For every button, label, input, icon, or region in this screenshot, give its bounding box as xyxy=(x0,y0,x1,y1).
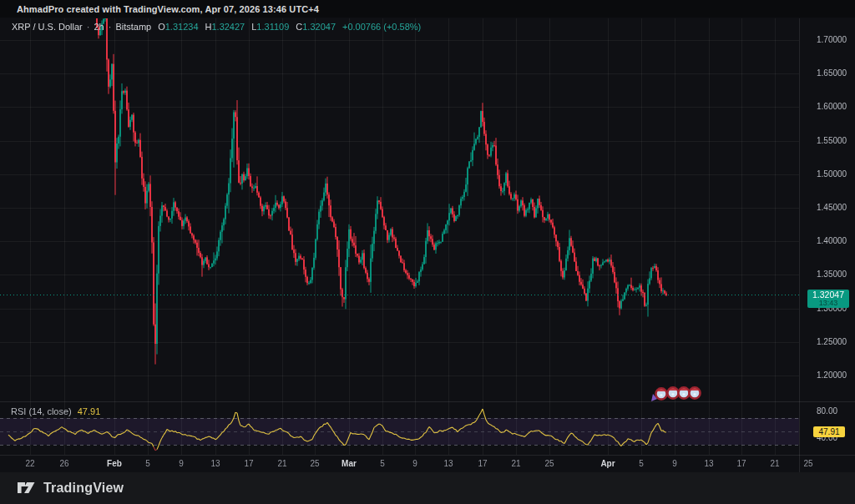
time-tick-label: 9 xyxy=(412,459,417,468)
sticker-emoji-4[interactable] xyxy=(689,387,700,398)
footer-bar: TradingView xyxy=(0,472,855,504)
time-tick-label: Apr xyxy=(600,459,615,468)
price-tick-label: 1.50000 xyxy=(817,169,847,179)
tradingview-logo-icon[interactable] xyxy=(17,480,36,496)
rsi-legend: RSI (14, close) 47.91 xyxy=(11,406,100,416)
ohlc-low: L1.31109 xyxy=(251,22,289,32)
price-tick-label: 1.70000 xyxy=(817,35,847,44)
rsi-title: RSI (14, close) xyxy=(11,406,72,416)
last-price-badge: 1.32047 13:43 xyxy=(807,290,849,308)
change-label: +0.00766 (+0.58%) xyxy=(342,22,421,32)
time-tick-label: 22 xyxy=(25,459,34,468)
time-tick-label: 21 xyxy=(277,459,286,468)
attribution-bar: AhmadPro created with TradingView.com, A… xyxy=(0,0,855,18)
time-tick-label: Feb xyxy=(107,459,122,468)
ohlc-high: H1.32427 xyxy=(205,22,245,32)
time-tick-label: 5 xyxy=(380,459,385,468)
time-tick-label: 26 xyxy=(59,459,68,468)
time-tick-label: 17 xyxy=(736,459,746,468)
ohlc-close: C1.32047 xyxy=(296,22,336,32)
time-tick-label: 17 xyxy=(478,459,487,468)
time-tick-label: 9 xyxy=(179,459,184,468)
tradingview-chart-window: AhmadPro created with TradingView.com, A… xyxy=(0,0,855,504)
price-tick-label: 1.65000 xyxy=(817,68,847,78)
rsi-value: 47.91 xyxy=(78,406,101,416)
price-tick-label: 1.55000 xyxy=(817,136,847,145)
rsi-value-badge: 47.91 xyxy=(813,426,845,437)
tradingview-wordmark[interactable]: TradingView xyxy=(43,481,124,496)
time-tick-label: 13 xyxy=(443,459,453,468)
sticker-emoji-2[interactable] xyxy=(667,387,678,398)
price-tick-label: 1.35000 xyxy=(817,270,847,279)
time-tick-label: Mar xyxy=(341,459,357,468)
time-tick-label: 21 xyxy=(511,459,520,468)
time-axis[interactable]: 2226Feb5913172125Mar5913172125Apr5913172… xyxy=(0,456,855,472)
ohlc-open: O1.31234 xyxy=(158,22,198,32)
time-tick-label: 13 xyxy=(704,459,713,468)
time-tick-label: 17 xyxy=(244,459,253,468)
time-tick-label: 21 xyxy=(770,459,779,468)
sticker-emoji-3[interactable] xyxy=(678,387,689,398)
interval-label: 2h xyxy=(94,22,104,32)
time-tick-label: 5 xyxy=(639,459,644,468)
price-tick-label: 1.25000 xyxy=(817,337,847,346)
price-tick-label: 1.60000 xyxy=(817,102,847,111)
time-tick-label: 25 xyxy=(544,459,554,468)
time-tick-label: 9 xyxy=(672,459,677,468)
time-tick-label: 25 xyxy=(310,459,319,468)
price-tick-label: 1.45000 xyxy=(817,203,847,212)
exchange-label: Bitstamp xyxy=(115,22,151,32)
price-tick-label: 1.20000 xyxy=(817,370,847,380)
price-axis[interactable]: 1.700001.650001.600001.550001.500001.450… xyxy=(800,18,855,455)
symbol-name: XRP / U.S. Dollar xyxy=(12,22,83,32)
time-tick-label: 25 xyxy=(803,459,812,468)
symbol-legend: XRP / U.S. Dollar · 2h · Bitstamp O1.312… xyxy=(12,22,421,32)
time-tick-label: 5 xyxy=(145,459,150,468)
sticker-emoji-1[interactable] xyxy=(655,388,666,399)
sticker-drawings[interactable] xyxy=(648,383,706,408)
bar-countdown: 13:43 xyxy=(819,299,838,307)
price-tick-label: 1.40000 xyxy=(817,236,847,245)
attribution-text: AhmadPro created with TradingView.com, A… xyxy=(17,4,319,14)
last-price-value: 1.32047 xyxy=(812,290,844,299)
chart-canvas[interactable] xyxy=(0,0,855,504)
rsi-axis-label-80: 80.00 xyxy=(817,406,837,416)
time-tick-label: 13 xyxy=(210,459,220,468)
